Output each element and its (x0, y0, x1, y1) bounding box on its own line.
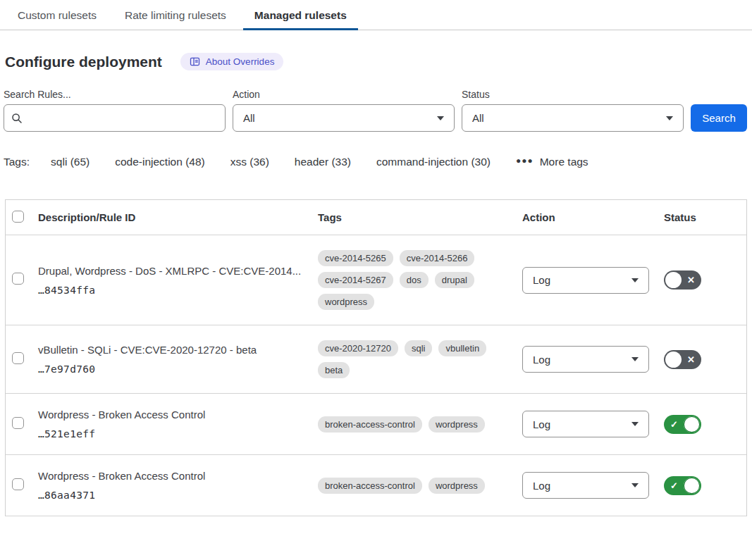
search-icon (11, 113, 23, 124)
status-toggle[interactable]: ✓ (664, 415, 701, 434)
column-header-action: Action (522, 211, 664, 223)
toggle-knob (684, 416, 700, 433)
ellipsis-icon: ●●● (516, 156, 534, 166)
rule-description: Wordpress - Broken Access Control (38, 470, 318, 482)
rule-action-cell: Log (522, 267, 664, 294)
tag-pill: broken-access-control (318, 478, 422, 494)
tag-pill: beta (318, 362, 350, 378)
table-row: Wordpress - Broken Access Control …521e1… (6, 394, 746, 455)
row-checkbox[interactable] (12, 273, 24, 285)
table-row: Wordpress - Broken Access Control …86aa4… (6, 455, 746, 516)
row-action-select[interactable]: Log (522, 267, 649, 294)
tag-filter-link[interactable]: header (33) (295, 156, 351, 168)
rule-id: …86aa4371 (38, 490, 318, 501)
row-action-select[interactable]: Log (522, 346, 649, 373)
rule-status-cell: ✓ (664, 415, 746, 434)
search-input[interactable] (28, 112, 218, 124)
page-header: Configure deployment About Overrides (0, 30, 752, 70)
tag-pill: drupal (435, 272, 474, 288)
row-checkbox[interactable] (12, 478, 24, 490)
filter-bar: Search Rules... Action All Status All Se… (0, 70, 752, 132)
tag-filter-link[interactable]: code-injection (48) (115, 156, 205, 168)
tab-managed-rulesets[interactable]: Managed rulesets (243, 0, 358, 30)
tab-custom-rulesets[interactable]: Custom rulesets (6, 0, 108, 30)
action-select-value: Log (533, 480, 550, 492)
chevron-down-icon (631, 278, 639, 282)
tab-rate-limiting-rulesets[interactable]: Rate limiting rulesets (113, 0, 238, 30)
select-all-checkbox[interactable] (12, 211, 24, 223)
check-icon: ✓ (665, 420, 683, 429)
rule-status-cell: ✕ (664, 270, 746, 290)
action-filter-group: Action All (233, 89, 455, 132)
rules-table: Description/Rule ID Tags Action Status D… (5, 199, 747, 516)
rule-cell: vBulletin - SQLi - CVE:CVE-2020-12720 - … (38, 344, 318, 375)
chevron-down-icon (437, 116, 444, 120)
column-header-tags: Tags (318, 211, 522, 223)
chevron-down-icon (666, 116, 673, 120)
status-filter-value: All (472, 112, 484, 124)
x-icon: ✕ (682, 275, 700, 285)
action-select-value: Log (533, 274, 550, 286)
row-action-select[interactable]: Log (522, 411, 649, 437)
tag-pill: vbulletin (438, 340, 486, 356)
status-filter-group: Status All (462, 89, 684, 132)
tag-filter-link[interactable]: command-injection (30) (376, 156, 491, 168)
rule-id: …84534ffa (38, 285, 318, 296)
rule-tags: broken-access-controlwordpress (318, 478, 522, 494)
status-toggle[interactable]: ✕ (664, 350, 701, 369)
tags-bar: Tags: sqli (65)code-injection (48)xss (3… (0, 132, 752, 168)
more-tags-button[interactable]: ●●● More tags (516, 156, 588, 168)
tag-pill: cve-2014-5266 (400, 250, 475, 266)
rule-status-cell: ✓ (664, 476, 746, 495)
action-filter-value: All (243, 112, 255, 124)
rule-action-cell: Log (522, 411, 664, 437)
action-filter-label: Action (233, 89, 455, 100)
status-toggle[interactable]: ✓ (664, 476, 701, 495)
tag-pill: wordpress (429, 416, 485, 433)
rule-action-cell: Log (522, 346, 664, 373)
search-label: Search Rules... (4, 89, 226, 100)
rule-action-cell: Log (522, 472, 664, 499)
tag-pill: broken-access-control (318, 416, 422, 433)
rule-description: Wordpress - Broken Access Control (38, 409, 318, 421)
action-filter-select[interactable]: All (233, 104, 455, 132)
tag-filter-link[interactable]: sqli (65) (51, 156, 90, 168)
rule-status-cell: ✕ (664, 350, 746, 369)
row-checkbox[interactable] (12, 352, 24, 364)
chevron-down-icon (631, 422, 639, 426)
toggle-knob (684, 478, 700, 494)
tags-bar-label: Tags: (4, 156, 30, 168)
table-body: Drupal, Wordpress - DoS - XMLRPC - CVE:C… (6, 235, 746, 516)
tag-pill: cve-2014-5265 (318, 250, 393, 266)
rule-tags: broken-access-controlwordpress (318, 416, 522, 433)
chevron-down-icon (631, 357, 639, 361)
row-action-select[interactable]: Log (522, 472, 649, 499)
status-filter-label: Status (462, 89, 684, 100)
table-header-row: Description/Rule ID Tags Action Status (6, 200, 746, 235)
rule-id: …521e1eff (38, 428, 318, 440)
action-select-value: Log (533, 354, 550, 366)
tag-filter-list: sqli (65)code-injection (48)xss (36)head… (51, 156, 516, 168)
search-field-group: Search Rules... (4, 89, 226, 132)
row-checkbox[interactable] (12, 417, 24, 429)
status-filter-select[interactable]: All (462, 104, 684, 132)
more-tags-label: More tags (540, 156, 588, 168)
rule-description: vBulletin - SQLi - CVE:CVE-2020-12720 - … (38, 344, 318, 356)
rule-description: Drupal, Wordpress - DoS - XMLRPC - CVE:C… (38, 265, 318, 277)
about-overrides-badge[interactable]: About Overrides (180, 53, 284, 70)
rule-cell: Wordpress - Broken Access Control …521e1… (38, 409, 318, 440)
book-icon (190, 56, 200, 67)
status-toggle[interactable]: ✕ (664, 270, 701, 290)
x-icon: ✕ (682, 355, 700, 364)
tag-pill: dos (400, 272, 429, 288)
page-title: Configure deployment (5, 54, 162, 70)
tag-filter-link[interactable]: xss (36) (230, 156, 269, 168)
tab-bar: Custom rulesetsRate limiting rulesetsMan… (0, 0, 752, 30)
tag-pill: wordpress (429, 478, 485, 494)
search-button[interactable]: Search (691, 104, 747, 132)
action-select-value: Log (533, 418, 550, 430)
about-overrides-label: About Overrides (206, 56, 275, 67)
chevron-down-icon (631, 483, 639, 487)
tag-pill: cve-2014-5267 (318, 272, 393, 288)
rule-tags: cve-2014-5265cve-2014-5266cve-2014-5267d… (318, 250, 522, 310)
